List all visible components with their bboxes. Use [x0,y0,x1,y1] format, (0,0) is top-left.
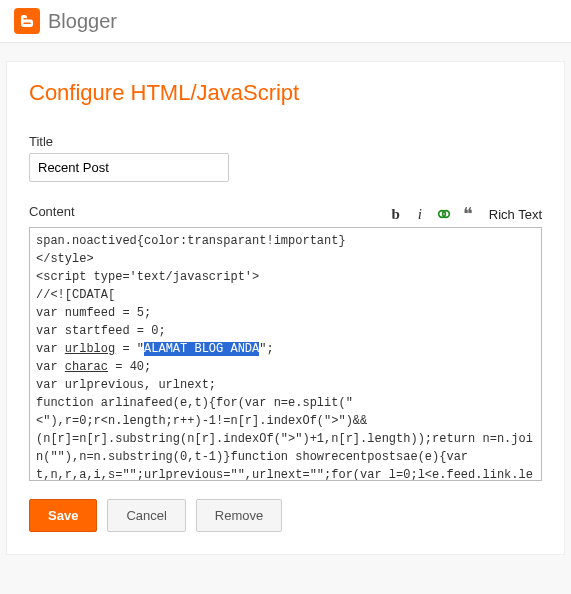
quote-icon[interactable]: ❝ [459,205,477,223]
richtext-toggle[interactable]: Rich Text [489,207,542,222]
remove-button[interactable]: Remove [196,499,282,532]
save-button[interactable]: Save [29,499,97,532]
blogger-logo-icon [14,8,40,34]
page-title: Configure HTML/JavaScript [29,80,542,106]
cancel-button[interactable]: Cancel [107,499,185,532]
link-icon[interactable] [435,205,453,223]
content-textarea[interactable]: span.noactived{color:transparant!importa… [29,227,542,481]
bold-icon[interactable]: b [387,205,405,223]
italic-icon[interactable]: i [411,205,429,223]
config-panel: Configure HTML/JavaScript Title Content … [6,61,565,555]
content-label: Content [29,204,75,219]
title-label: Title [29,134,542,149]
editor-toolbar: b i ❝ Rich Text [387,205,542,223]
title-input[interactable] [29,153,229,182]
app-header: Blogger [0,0,571,43]
button-row: Save Cancel Remove [29,499,542,532]
brand-name: Blogger [48,10,117,33]
